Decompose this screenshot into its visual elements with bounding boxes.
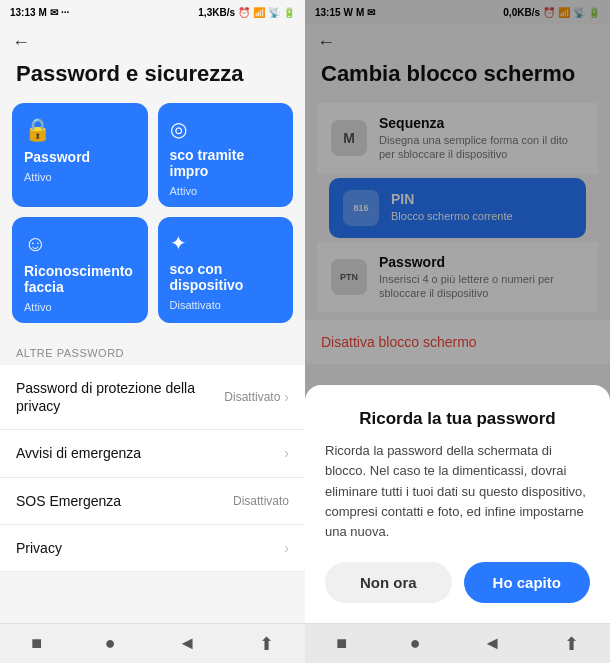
sos-status: Disattivato bbox=[233, 494, 289, 508]
left-nav-bar: ■ ● ◄ ⬆ bbox=[0, 623, 305, 663]
modal-actions: Non ora Ho capito bbox=[325, 562, 590, 603]
chevron-right-icon-2: › bbox=[284, 445, 289, 461]
wifi-icon: 📡 bbox=[268, 7, 280, 18]
list-item-sos-right: Disattivato bbox=[233, 494, 289, 508]
nav-circle-icon[interactable]: ● bbox=[105, 633, 116, 654]
battery-icon: 🔋 bbox=[283, 7, 295, 18]
list-item-privacy[interactable]: Privacy › bbox=[0, 525, 305, 572]
grid-card-password-sublabel: Attivo bbox=[24, 171, 136, 183]
left-panel: 13:13 M ✉ ··· 1,3KB/s ⏰ 📶 📡 🔋 ← Password… bbox=[0, 0, 305, 663]
nav-back-icon[interactable]: ◄ bbox=[178, 633, 196, 654]
right-nav-square-icon[interactable]: ■ bbox=[336, 633, 347, 654]
right-nav-recent-icon[interactable]: ⬆ bbox=[564, 633, 579, 655]
altre-password-section-header: ALTRE PASSWORD bbox=[0, 339, 305, 365]
left-status-right: 1,3KB/s ⏰ 📶 📡 🔋 bbox=[198, 7, 295, 18]
list-item-privacy-password[interactable]: Password di protezione della privacy Dis… bbox=[0, 365, 305, 430]
chevron-right-icon-3: › bbox=[284, 540, 289, 556]
modal-confirm-button[interactable]: Ho capito bbox=[464, 562, 591, 603]
nav-square-icon[interactable]: ■ bbox=[31, 633, 42, 654]
grid-card-device-sublabel: Disattivato bbox=[170, 299, 282, 311]
privacy-password-status: Disattivato bbox=[224, 390, 280, 404]
list-item-avvisi[interactable]: Avvisi di emergenza › bbox=[0, 430, 305, 477]
grid-card-fingerprint-label: sco tramite impro bbox=[170, 147, 282, 179]
fingerprint-icon: ◎ bbox=[170, 117, 282, 141]
grid-card-password[interactable]: 🔒 Password Attivo bbox=[12, 103, 148, 207]
grid-card-fingerprint[interactable]: ◎ sco tramite impro Attivo bbox=[158, 103, 294, 207]
left-panel-title: Password e sicurezza bbox=[0, 57, 305, 103]
nav-recent-icon[interactable]: ⬆ bbox=[259, 633, 274, 655]
list-item-privacy-password-label: Password di protezione della privacy bbox=[16, 379, 224, 415]
list-item-privacy-right: › bbox=[284, 540, 289, 556]
bluetooth-icon: ✦ bbox=[170, 231, 282, 255]
signal-icon: 📶 bbox=[253, 7, 265, 18]
lock-icon: 🔒 bbox=[24, 117, 136, 143]
grid-card-face-sublabel: Attivo bbox=[24, 301, 136, 313]
grid-card-face[interactable]: ☺ Riconoscimento faccia Attivo bbox=[12, 217, 148, 323]
right-nav-back-icon[interactable]: ◄ bbox=[483, 633, 501, 654]
chevron-right-icon: › bbox=[284, 389, 289, 405]
grid-card-face-label: Riconoscimento faccia bbox=[24, 263, 136, 295]
security-grid: 🔒 Password Attivo ◎ sco tramite impro At… bbox=[0, 103, 305, 339]
grid-card-device-label: sco con dispositivo bbox=[170, 261, 282, 293]
list-item-sos[interactable]: SOS Emergenza Disattivato bbox=[0, 478, 305, 525]
right-nav-circle-icon[interactable]: ● bbox=[410, 633, 421, 654]
left-time: 13:13 bbox=[10, 7, 36, 18]
right-panel: 13:15 W M ✉ 0,0KB/s ⏰ 📶 📡 🔋 ← Cambia blo… bbox=[305, 0, 610, 663]
gmail-icon: M bbox=[39, 7, 47, 18]
alarm-icon: ⏰ bbox=[238, 7, 250, 18]
list-item-sos-label: SOS Emergenza bbox=[16, 492, 233, 510]
mail-icon: ✉ bbox=[50, 7, 58, 18]
modal-overlay: Ricorda la tua password Ricorda la passw… bbox=[305, 0, 610, 663]
face-icon: ☺ bbox=[24, 231, 136, 257]
modal-title: Ricorda la tua password bbox=[325, 409, 590, 429]
modal-sheet: Ricorda la tua password Ricorda la passw… bbox=[305, 385, 610, 623]
modal-cancel-button[interactable]: Non ora bbox=[325, 562, 452, 603]
list-item-avvisi-right: › bbox=[284, 445, 289, 461]
speed-label: 1,3KB/s bbox=[198, 7, 235, 18]
grid-card-device[interactable]: ✦ sco con dispositivo Disattivato bbox=[158, 217, 294, 323]
left-status-bar: 13:13 M ✉ ··· 1,3KB/s ⏰ 📶 📡 🔋 bbox=[0, 0, 305, 24]
left-back-button[interactable]: ← bbox=[0, 24, 305, 57]
modal-body: Ricorda la password della schermata di b… bbox=[325, 441, 590, 542]
grid-card-password-label: Password bbox=[24, 149, 136, 165]
list-item-privacy-label: Privacy bbox=[16, 539, 284, 557]
list-item-privacy-password-right: Disattivato › bbox=[224, 389, 289, 405]
more-dots-icon: ··· bbox=[61, 7, 69, 18]
left-status-left: 13:13 M ✉ ··· bbox=[10, 7, 69, 18]
right-nav-bar: ■ ● ◄ ⬆ bbox=[305, 623, 610, 663]
grid-card-fingerprint-sublabel: Attivo bbox=[170, 185, 282, 197]
list-item-avvisi-label: Avvisi di emergenza bbox=[16, 444, 284, 462]
